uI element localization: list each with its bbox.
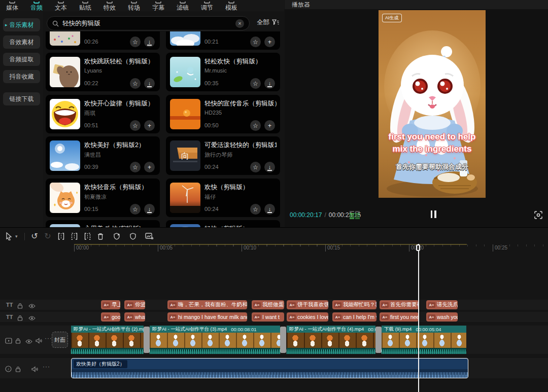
music-card[interactable]: 向 可爱活泼轻快的（剪辑版1） 旅行の琴师 00:24 ☆ ↓ — [166, 136, 280, 175]
eye-icon[interactable] — [25, 337, 32, 346]
favorite-button[interactable]: ☆ — [250, 162, 261, 172]
music-card[interactable]: 欢快开心旋律（剪辑版） 雨琪 00:51 ☆ + — [46, 95, 160, 133]
music-card[interactable]: 欢快美好（剪辑版2） 满世昌 00:39 ☆ + — [46, 136, 160, 175]
tab-adjust[interactable]: 调节 — [195, 0, 219, 11]
search-input[interactable]: 轻快的剪辑版 × — [47, 16, 250, 30]
tab-templates[interactable]: 模板 — [219, 0, 244, 11]
tab-transitions[interactable]: 转场 — [122, 0, 146, 11]
favorite-button[interactable]: ☆ — [130, 204, 141, 215]
video-clip[interactable]: 下载 (9).mp400:00:05:04 — [382, 326, 466, 354]
text-clip[interactable]: A≡hi mango I have flour milk and egg — [167, 312, 247, 322]
text-clip[interactable]: A≡首先你需要帮助 — [380, 300, 419, 309]
chevron-down-icon[interactable]: ▾ — [15, 234, 21, 239]
music-card[interactable]: 轻快（剪辑版） — [166, 220, 280, 227]
add-button[interactable]: + — [144, 162, 155, 172]
sidebar-item-music-assets[interactable]: ▸音乐素材 — [3, 18, 40, 31]
text-clip[interactable]: A≡早上 — [101, 300, 120, 309]
video-clip[interactable]: 即梦AI - 一站式AI创作平台 (4).mp400:00:05:0 — [287, 326, 375, 354]
select-tool-button[interactable] — [2, 230, 15, 242]
music-card[interactable]: 轻松欢快（剪辑版） Mr.music 00:35 ☆ ↓ — [166, 53, 280, 91]
fullscreen-icon[interactable] — [534, 210, 543, 222]
shield-button[interactable] — [126, 230, 140, 242]
text-clip[interactable]: A≡饼干我喜欢饼干 — [287, 300, 328, 309]
tab-effects[interactable]: 特效 — [97, 0, 122, 11]
audio-clip-selected[interactable]: 欢快美好（剪辑版2） — [71, 358, 468, 378]
lock-icon[interactable] — [15, 337, 21, 346]
text-clip[interactable]: A≡wash your p — [426, 312, 458, 322]
favorite-button[interactable]: ☆ — [250, 78, 261, 89]
clear-search-button[interactable]: × — [235, 19, 244, 28]
video-clip[interactable]: 即梦AI - 一站式AI创作平台 (3).mp400:00:08:01 — [150, 326, 280, 354]
transition-handle[interactable] — [144, 327, 150, 353]
lock-icon[interactable] — [17, 302, 23, 311]
text-clip[interactable]: A≡what' — [124, 312, 145, 322]
image-sound-button[interactable] — [143, 230, 156, 242]
pause-button[interactable] — [428, 210, 438, 220]
sidebar-item-sound-effects[interactable]: 音效素材 — [3, 35, 40, 49]
music-card[interactable]: 00:26 ☆ ↓ — [46, 31, 160, 50]
cover-button[interactable]: 封面 — [52, 332, 68, 348]
more-options-icon[interactable]: ··· — [43, 363, 50, 370]
favorite-button[interactable]: ☆ — [250, 120, 261, 131]
undo-button[interactable]: ↺ — [28, 230, 41, 242]
eye-icon[interactable] — [28, 302, 36, 311]
transition-handle[interactable] — [375, 327, 382, 353]
favorite-button[interactable]: ☆ — [250, 204, 261, 215]
eye-icon[interactable] — [28, 314, 36, 323]
tab-captions[interactable]: 字幕 — [146, 0, 170, 11]
lock-icon[interactable] — [17, 314, 23, 323]
music-card[interactable]: 欢快跳跃轻松（剪辑版） Lyuans 00:22 ☆ ↓ — [46, 53, 160, 91]
music-card[interactable]: 欢快轻音乐（剪辑版） 初夏微凉 00:15 ☆ ↓ — [46, 179, 160, 217]
speaker-icon[interactable] — [36, 337, 42, 346]
video-clip[interactable]: 即梦AI - 一站式AI创作平台 (2).mp4 — [71, 326, 144, 354]
tab-media[interactable]: 媒体 — [0, 0, 24, 11]
music-card[interactable]: 00:21 ☆ + — [166, 31, 280, 50]
sidebar-item-link-download[interactable]: 链接下载 — [3, 92, 40, 105]
trim-left-button[interactable] — [67, 230, 81, 242]
text-clip[interactable]: A≡cookies I love co — [287, 312, 328, 322]
music-card[interactable]: 轻快的宣传音乐（剪辑版） HD235 00:50 ☆ + — [166, 95, 280, 133]
favorite-button[interactable]: ☆ — [250, 37, 261, 47]
text-clip[interactable]: A≡请先洗爪子 — [426, 300, 458, 309]
split-button[interactable] — [54, 230, 67, 242]
text-clip[interactable]: A≡嗨，芒果，我有面粉、牛奶和鸡蛋。 — [167, 300, 247, 309]
video-preview[interactable]: AI生成 first you need to help mix the ingr… — [379, 10, 486, 198]
lock-icon[interactable] — [15, 365, 21, 374]
favorite-button[interactable]: ☆ — [130, 120, 141, 131]
add-button[interactable]: + — [144, 120, 155, 131]
add-button[interactable]: + — [264, 37, 275, 47]
download-button[interactable]: ↓ — [144, 78, 155, 89]
text-clip[interactable]: A≡first you need — [380, 312, 419, 322]
favorite-button[interactable]: ☆ — [130, 37, 141, 47]
tab-audio[interactable]: 音频 — [24, 0, 49, 11]
playhead-handle[interactable] — [416, 244, 420, 251]
sidebar-item-douyin-favorites[interactable]: 抖音收藏 — [3, 70, 40, 83]
filter-dropdown[interactable]: 全部 — [257, 18, 279, 27]
text-clip[interactable]: A≡我能帮忙吗？我很擅 — [332, 300, 376, 309]
favorite-button[interactable]: ☆ — [130, 162, 141, 172]
tab-sticker[interactable]: 贴纸 — [73, 0, 97, 11]
text-clip[interactable]: A≡can I help I'm very — [332, 312, 376, 322]
speaker-icon[interactable] — [31, 365, 38, 374]
download-button[interactable]: ↓ — [264, 204, 275, 215]
text-clip[interactable]: A≡你篮子 — [124, 300, 145, 309]
add-button[interactable]: + — [264, 120, 275, 131]
delete-button[interactable] — [94, 230, 107, 242]
music-card[interactable]: 欢快（剪辑版） 福仔 00:24 ☆ ↓ — [166, 179, 280, 217]
shield-arrow-button[interactable] — [110, 230, 123, 242]
download-button[interactable]: ↓ — [264, 162, 275, 172]
more-options-icon[interactable]: ··· — [45, 335, 52, 342]
transition-handle[interactable] — [280, 327, 286, 353]
download-button[interactable]: ↓ — [144, 204, 155, 215]
download-button[interactable]: ↓ — [144, 37, 155, 47]
redo-button[interactable]: ↻ — [41, 230, 54, 242]
favorite-button[interactable]: ☆ — [130, 78, 141, 89]
download-button[interactable]: ↓ — [264, 78, 275, 89]
tab-text[interactable]: 文本 — [49, 0, 73, 11]
music-card[interactable]: 心里美-欢快(剪辑版) — [46, 220, 160, 227]
tab-filters[interactable]: 滤镜 — [170, 0, 195, 11]
trim-right-button[interactable] — [81, 230, 94, 242]
sidebar-item-audio-extract[interactable]: 音频提取 — [3, 53, 40, 66]
text-clip[interactable]: A≡我想做蛋糕 — [252, 300, 284, 309]
text-clip[interactable]: A≡goo — [101, 312, 120, 322]
